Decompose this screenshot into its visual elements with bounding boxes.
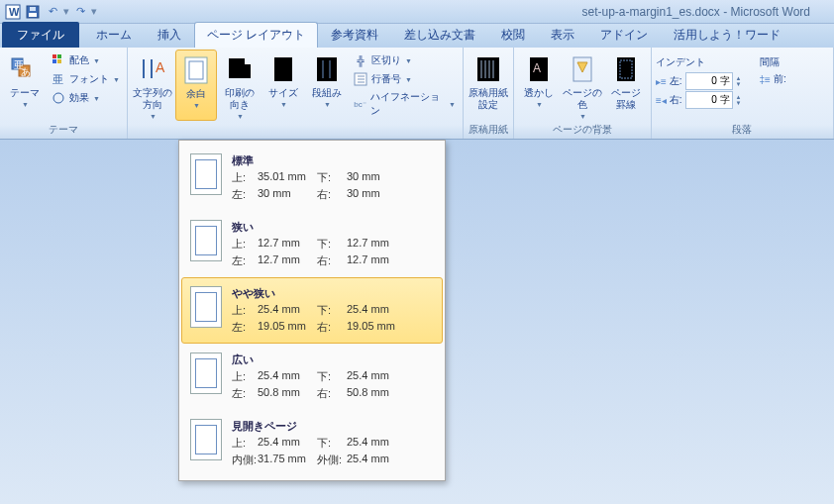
theme-fonts-button[interactable]: 亜フォント▼: [48, 70, 123, 88]
indent-left-input[interactable]: [685, 72, 733, 90]
group-paragraph: インデント ▸≡左:▲▼ ≡◂右:▲▼ 間隔 ‡≡前: 段落: [652, 48, 834, 139]
margin-option-2[interactable]: やや狭い 上:25.4 mm下:25.4 mm 左:19.05 mm右:19.0…: [181, 277, 443, 344]
line-numbers-button[interactable]: 行番号▼: [350, 70, 459, 88]
hyphenation-button[interactable]: bc⁻ハイフネーション▼: [350, 89, 459, 119]
svg-rect-3: [29, 13, 37, 17]
spacing-title: 間隔: [760, 55, 786, 69]
columns-button[interactable]: 段組み▼: [306, 50, 348, 121]
margins-button[interactable]: 余白▼: [175, 50, 217, 121]
breaks-button[interactable]: ╬区切り▼: [350, 51, 459, 69]
group-page-background: A透かし▼ ページの色▼ ページ 罫線 ページの背景: [514, 48, 652, 139]
svg-text:A: A: [533, 61, 541, 75]
svg-rect-11: [52, 59, 56, 63]
orientation-button[interactable]: 印刷の 向き▼: [219, 50, 261, 121]
margin-thumb-icon: [190, 153, 222, 195]
tab-3[interactable]: 参考資料: [318, 22, 391, 48]
svg-rect-10: [57, 54, 61, 58]
svg-rect-23: [317, 57, 337, 81]
margin-thumb-icon: [190, 353, 222, 394]
titlebar: W ↶ ▾ ↷ ▾ set-up-a-margin1_es.docx - Mic…: [0, 0, 834, 24]
tab-0[interactable]: ホーム: [83, 22, 145, 48]
undo-button[interactable]: ↶: [44, 3, 61, 21]
tab-8[interactable]: 活用しよう！ワード: [661, 22, 793, 48]
text-direction-button[interactable]: A 文字列の 方向▼: [132, 50, 173, 121]
ribbon-tabstrip: ファイル ホーム挿入ページ レイアウト参考資料差し込み文書校閲表示アドイン活用し…: [0, 24, 834, 48]
margin-option-3[interactable]: 広い 上:25.4 mm下:25.4 mm 左:50.8 mm右:50.8 mm: [181, 344, 443, 410]
svg-rect-21: [235, 64, 251, 78]
tab-5[interactable]: 校閲: [488, 22, 538, 48]
margin-thumb-icon: [190, 286, 222, 328]
svg-rect-4: [30, 7, 36, 11]
page-color-button[interactable]: ページの色▼: [562, 50, 603, 121]
theme-effects-button[interactable]: 効果▼: [48, 89, 123, 107]
svg-rect-30: [477, 57, 499, 81]
indent-title: インデント: [656, 55, 742, 69]
svg-rect-12: [57, 59, 61, 63]
genkou-settings-button[interactable]: 原稿用紙 設定: [468, 50, 509, 111]
word-app-icon: W: [4, 3, 22, 21]
svg-text:W: W: [9, 6, 20, 18]
svg-text:A: A: [156, 59, 165, 75]
tab-7[interactable]: アドイン: [587, 22, 661, 48]
theme-colors-button[interactable]: 配色▼: [48, 51, 123, 69]
tab-file[interactable]: ファイル: [2, 22, 79, 48]
margin-thumb-icon: [190, 220, 222, 261]
indent-left-row: ▸≡左:▲▼: [656, 72, 742, 90]
qat-dropdown-icon[interactable]: ▾: [63, 5, 69, 18]
margin-option-4[interactable]: 見開きページ 上:25.4 mm下:25.4 mm 内側:31.75 mm外側:…: [181, 410, 443, 476]
group-page-setup: A 文字列の 方向▼ 余白▼ 印刷の 向き▼ サイズ▼ 段組み▼ ╬区切り▼: [128, 48, 464, 139]
margins-dropdown: 標準 上:35.01 mm下:30 mm 左:30 mm右:30 mm 狭い 上…: [178, 140, 446, 481]
document-title: set-up-a-margin1_es.docx - Microsoft Wor…: [581, 5, 810, 19]
tab-4[interactable]: 差し込み文書: [391, 22, 488, 48]
ribbon: 亜あ テーマ▼ 配色▼ 亜フォント▼ 効果▼ テーマ A 文字列の 方向▼ 余白…: [0, 48, 834, 140]
themes-button[interactable]: 亜あ テーマ▼: [4, 50, 46, 109]
size-button[interactable]: サイズ▼: [262, 50, 304, 121]
svg-text:亜: 亜: [52, 73, 63, 85]
svg-rect-9: [52, 54, 56, 58]
svg-point-14: [53, 93, 63, 103]
group-theme: 亜あ テーマ▼ 配色▼ 亜フォント▼ 効果▼ テーマ: [0, 48, 128, 139]
tab-6[interactable]: 表示: [538, 22, 587, 48]
group-label-theme: テーマ: [4, 123, 123, 139]
qat-customize-icon[interactable]: ▾: [91, 5, 97, 18]
group-genkou: 原稿用紙 設定 原稿用紙: [464, 48, 514, 139]
indent-right-input[interactable]: [685, 91, 733, 109]
watermark-button[interactable]: A透かし▼: [518, 50, 560, 121]
margin-option-1[interactable]: 狭い 上:12.7 mm下:12.7 mm 左:12.7 mm右:12.7 mm: [181, 211, 443, 277]
svg-text:あ: あ: [21, 66, 31, 77]
redo-button[interactable]: ↷: [71, 3, 89, 21]
tab-1[interactable]: 挿入: [145, 22, 194, 48]
tab-2[interactable]: ページ レイアウト: [194, 22, 318, 48]
save-button[interactable]: [24, 3, 42, 21]
margin-option-0[interactable]: 標準 上:35.01 mm下:30 mm 左:30 mm右:30 mm: [181, 145, 443, 211]
indent-right-row: ≡◂右:▲▼: [656, 91, 742, 109]
svg-rect-22: [274, 57, 292, 81]
margin-thumb-icon: [190, 419, 222, 460]
page-borders-button[interactable]: ページ 罫線: [605, 50, 647, 121]
